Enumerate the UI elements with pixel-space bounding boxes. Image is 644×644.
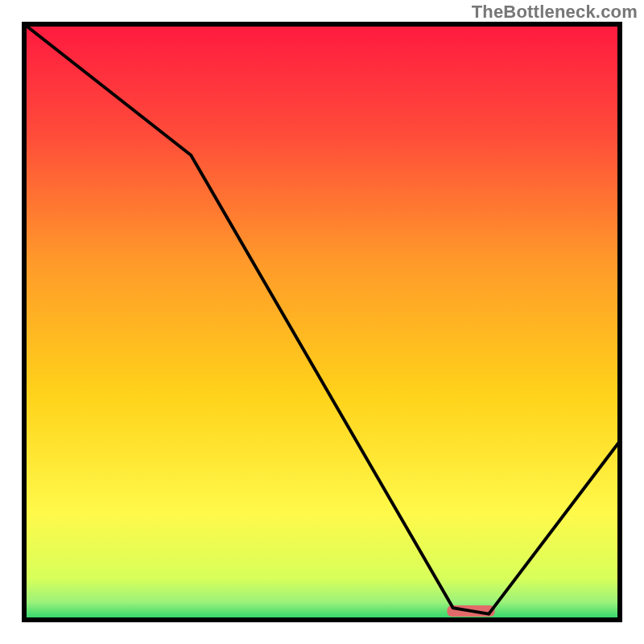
chart-container: TheBottleneck.com xyxy=(0,0,644,644)
bottleneck-chart xyxy=(0,0,644,644)
gradient-background xyxy=(24,24,620,620)
watermark-text: TheBottleneck.com xyxy=(472,2,638,23)
